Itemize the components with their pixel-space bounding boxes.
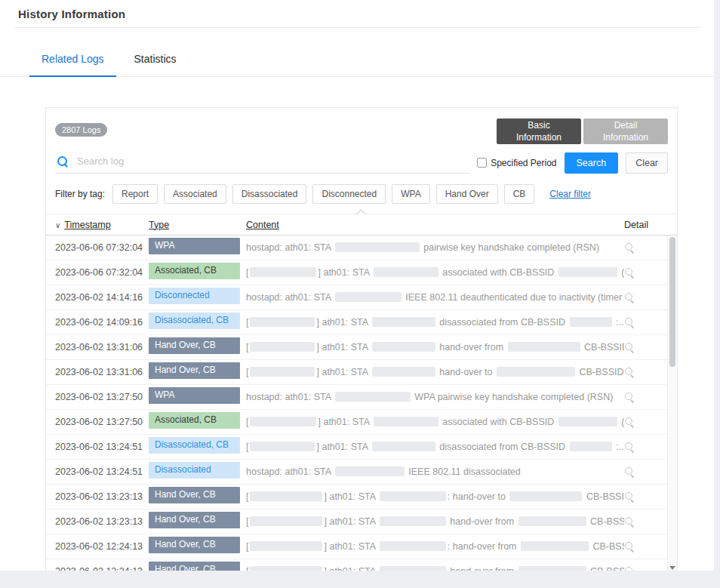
filter-tag-disassociated[interactable]: Disassociated <box>232 184 307 204</box>
redacted-text <box>372 442 435 451</box>
tab-statistics[interactable]: Statistics <box>134 48 177 76</box>
type-tag: Hand Over, CB <box>149 562 240 571</box>
detail-magnifier-icon[interactable] <box>624 541 635 552</box>
filter-tag-wpa[interactable]: WPA <box>392 184 429 204</box>
cell-type: Disassociated, CB <box>149 312 246 331</box>
type-tag: Hand Over, CB <box>149 337 240 353</box>
column-header-detail: Detail <box>624 220 663 230</box>
table-row: 2023-06-02 13:24:51Disassociatedhostapd:… <box>46 460 677 485</box>
redacted-text <box>250 541 322 551</box>
cell-detail <box>624 566 663 571</box>
search-box <box>55 152 469 174</box>
redacted-text <box>335 292 402 302</box>
search-row: Specified Period Search Clear <box>46 144 677 183</box>
cell-type: Associated, CB <box>149 263 246 282</box>
detail-magnifier-icon[interactable] <box>624 516 635 527</box>
redacted-text <box>250 442 315 451</box>
table-row: 2023-06-02 14:09:16Disassociated, CB[] a… <box>46 310 677 335</box>
cell-detail <box>624 516 663 527</box>
type-tag: WPA <box>149 387 240 403</box>
filter-tag-hand-over[interactable]: Hand Over <box>436 184 498 204</box>
search-button[interactable]: Search <box>565 152 619 174</box>
redacted-text <box>335 392 411 402</box>
sort-descending-icon[interactable]: ∨ <box>55 221 60 229</box>
cell-detail <box>624 367 663 377</box>
cell-type: Hand Over, CB <box>149 487 246 506</box>
detail-magnifier-icon[interactable] <box>624 417 635 427</box>
table-header: ∨Timestamp Type Content Detail <box>46 214 677 236</box>
specified-period-label: Specified Period <box>491 158 556 168</box>
cell-timestamp: 2023-06-02 13:24:51 <box>55 466 149 477</box>
type-tag: Hand Over, CB <box>149 512 240 528</box>
tab-related-logs[interactable]: Related Logs <box>42 48 104 76</box>
cell-content: [] ath01: STA disassociated from CB-BSSI… <box>246 442 624 452</box>
type-tag: Hand Over, CB <box>149 537 240 553</box>
detail-magnifier-icon[interactable] <box>624 242 635 253</box>
table-row: 2023-06-02 14:14:16Disconnectedhostapd: … <box>46 285 677 310</box>
cell-timestamp: 2023-06-02 13:31:06 <box>55 342 149 352</box>
redacted-text <box>374 267 438 277</box>
basic-information-button[interactable]: Basic Information <box>497 119 581 144</box>
detail-magnifier-icon[interactable] <box>624 342 635 352</box>
specified-period-checkbox[interactable]: Specified Period <box>477 158 556 168</box>
detail-magnifier-icon[interactable] <box>624 466 635 477</box>
panel-toolbar: 2807 Logs Basic Information Detail Infor… <box>46 108 677 144</box>
table-row: 2023-06-02 13:23:13Hand Over, CB[] ath01… <box>46 509 677 534</box>
cell-detail <box>624 317 663 328</box>
detail-magnifier-icon[interactable] <box>624 491 635 502</box>
table-row: 2023-06-02 13:31:06Hand Over, CB[] ath01… <box>46 360 677 385</box>
cell-detail <box>624 242 663 253</box>
cell-timestamp: 2023-06-02 13:23:13 <box>55 516 149 527</box>
detail-magnifier-icon[interactable] <box>624 367 635 377</box>
column-header-content[interactable]: Content <box>246 220 279 230</box>
cell-type: WPA <box>149 387 246 406</box>
cell-type: Disconnected <box>149 288 246 306</box>
cell-detail <box>624 342 663 352</box>
clear-button[interactable]: Clear <box>626 152 668 174</box>
type-tag: Associated, CB <box>149 263 240 279</box>
filter-tag-disconnected[interactable]: Disconnected <box>312 184 386 204</box>
detail-magnifier-icon[interactable] <box>624 292 635 303</box>
table-row: 2023-06-02 13:24:51Disassociated, CB[] a… <box>46 435 677 460</box>
cell-type: Hand Over, CB <box>149 512 246 531</box>
redacted-text <box>250 317 315 327</box>
clear-filter-link[interactable]: Clear filter <box>549 189 591 199</box>
checkbox-icon[interactable] <box>477 158 487 168</box>
filter-tag-report[interactable]: Report <box>112 184 158 204</box>
scrollbar-thumb[interactable] <box>669 237 675 367</box>
redacted-text <box>250 267 316 277</box>
detail-magnifier-icon[interactable] <box>624 267 635 278</box>
cell-timestamp: 2023-06-02 13:27:50 <box>55 417 149 427</box>
cell-timestamp: 2023-06-02 13:27:50 <box>55 392 149 402</box>
scrollbar-down-button[interactable] <box>668 562 677 571</box>
filter-tag-associated[interactable]: Associated <box>164 184 226 204</box>
type-tag: Hand Over, CB <box>149 487 240 503</box>
column-header-content-cell: Content <box>246 220 624 230</box>
search-input[interactable] <box>75 155 468 168</box>
detail-magnifier-icon[interactable] <box>624 442 635 452</box>
filter-tag-list: ReportAssociatedDisassociatedDisconnecte… <box>112 184 534 204</box>
detail-magnifier-icon[interactable] <box>624 392 635 402</box>
redacted-text <box>518 566 586 571</box>
cell-content: [] ath01: STA hand-over from CB-BSSID ..… <box>246 342 624 352</box>
cell-detail <box>624 267 663 278</box>
cell-type: WPA <box>149 238 246 257</box>
redacted-text <box>250 342 315 352</box>
cell-timestamp: 2023-06-06 07:32:04 <box>55 242 149 253</box>
detail-information-button[interactable]: Detail Information <box>583 119 668 144</box>
column-header-type-cell: Type <box>149 220 246 230</box>
cell-content: [] ath01: STA associated with CB-BSSID (… <box>246 267 624 278</box>
logs-panel: 2807 Logs Basic Information Detail Infor… <box>45 107 678 571</box>
type-tag: Disassociated <box>149 462 240 478</box>
scrollbar[interactable] <box>667 236 677 571</box>
column-header-timestamp[interactable]: Timestamp <box>64 220 110 230</box>
table-row: 2023-06-02 12:24:13Hand Over, CB[] ath01… <box>46 559 677 571</box>
filter-tag-cb[interactable]: CB <box>504 184 535 204</box>
logs-count-badge: 2807 Logs <box>55 123 107 137</box>
cell-content: [] ath01: STA hand-over to CB-BSSID ... <box>246 367 624 377</box>
detail-magnifier-icon[interactable] <box>624 317 635 328</box>
view-toggle: Basic Information Detail Information <box>497 119 668 144</box>
column-header-type[interactable]: Type <box>149 220 169 230</box>
redacted-text <box>250 491 322 501</box>
detail-magnifier-icon[interactable] <box>624 566 635 571</box>
